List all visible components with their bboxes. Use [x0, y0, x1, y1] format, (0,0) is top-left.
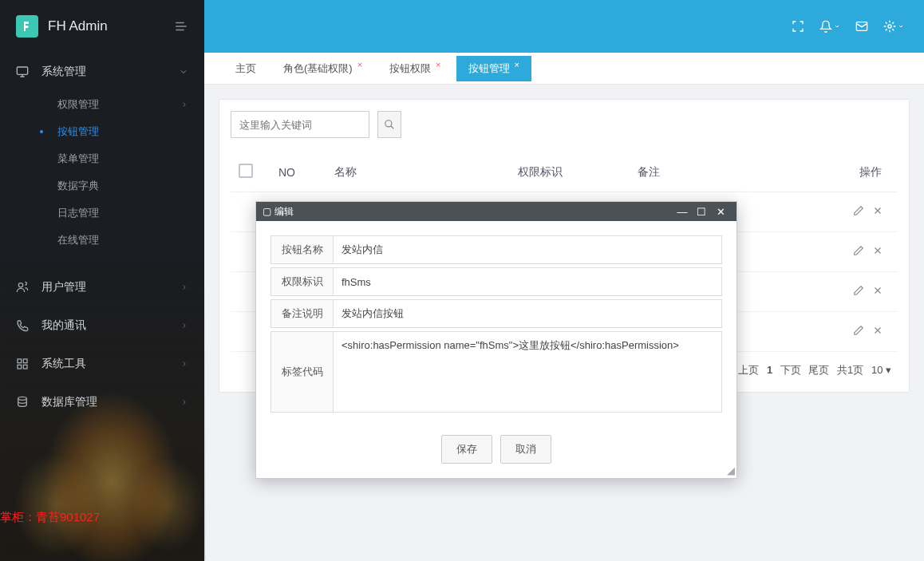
search-button[interactable]	[377, 111, 401, 138]
label-button-name: 按钮名称	[271, 236, 334, 263]
chevron-right-icon	[180, 322, 188, 330]
topbar	[204, 0, 924, 53]
close-icon[interactable]: ×	[357, 60, 362, 69]
svg-rect-2	[18, 359, 22, 363]
tab-home[interactable]: 主页	[223, 56, 268, 81]
database-icon	[16, 396, 30, 409]
grid-icon	[16, 358, 30, 370]
label-tag-code: 标签代码	[271, 332, 334, 412]
page-total: 共1页	[837, 364, 863, 376]
edit-button[interactable]	[853, 325, 864, 336]
messages-button[interactable]	[846, 10, 878, 42]
svg-rect-4	[18, 365, 22, 369]
delete-button[interactable]	[872, 325, 883, 336]
delete-button[interactable]	[872, 285, 883, 296]
nav-sublist: 权限管理 按钮管理 菜单管理 数据字典 日志管理 在线管理	[0, 91, 204, 254]
col-name: 名称	[334, 165, 518, 180]
settings-button[interactable]	[878, 10, 910, 42]
nav-item-data-dict[interactable]: 数据字典	[24, 172, 204, 200]
close-icon[interactable]: ×	[515, 60, 519, 69]
chevron-right-icon	[180, 398, 188, 406]
nav-item-online-mgmt[interactable]: 在线管理	[24, 227, 204, 254]
edit-button[interactable]	[853, 285, 864, 296]
svg-point-9	[385, 120, 392, 127]
nav-item-button-mgmt[interactable]: 按钮管理	[24, 118, 204, 145]
users-icon	[16, 281, 30, 294]
col-perm: 权限标识	[518, 165, 638, 180]
form-row-remark: 备注说明	[270, 299, 722, 328]
close-button[interactable]: ✕	[711, 206, 730, 218]
input-remark[interactable]	[334, 300, 721, 327]
textarea-tag-code[interactable]	[334, 332, 721, 412]
chevron-right-icon	[180, 101, 188, 109]
search-icon	[384, 119, 395, 130]
page-last[interactable]: 尾页	[808, 364, 829, 376]
edit-button[interactable]	[853, 245, 864, 256]
nav-group-system[interactable]: 系统管理	[0, 53, 204, 91]
delete-button[interactable]	[872, 205, 883, 216]
nav-item-menu-mgmt[interactable]: 菜单管理	[24, 145, 204, 172]
watermark-text: 掌柜：青苔901027	[0, 510, 100, 525]
tab-role-base[interactable]: 角色(基础权限)×	[271, 56, 374, 81]
minimize-button[interactable]: —	[673, 206, 692, 218]
nav-group-tools[interactable]: 系统工具	[0, 345, 204, 383]
window-icon: ▢	[263, 206, 271, 217]
page-size-select[interactable]: 10 ▾	[871, 364, 891, 376]
col-action: 操作	[829, 165, 890, 180]
tabs-bar: 主页 角色(基础权限)× 按钮权限× 按钮管理×	[204, 53, 924, 85]
label-remark: 备注说明	[271, 300, 334, 327]
sidebar-collapse-button[interactable]	[174, 19, 188, 34]
label-perm-id: 权限标识	[271, 268, 334, 295]
nav-group-contacts[interactable]: 我的通讯	[0, 306, 204, 345]
input-perm-id[interactable]	[334, 268, 721, 295]
modal-footer: 保存 取消	[256, 424, 736, 478]
col-no: NO	[278, 166, 334, 179]
maximize-button[interactable]: ☐	[692, 206, 711, 218]
nav-group-database[interactable]: 数据库管理	[0, 383, 204, 421]
col-remark: 备注	[638, 165, 829, 180]
search-input[interactable]	[231, 111, 369, 138]
modal-body: 按钮名称 权限标识 备注说明 标签代码	[256, 221, 736, 424]
cancel-button[interactable]: 取消	[500, 435, 551, 464]
select-all-checkbox[interactable]	[239, 164, 253, 178]
svg-rect-5	[23, 365, 27, 369]
form-row-tag-code: 标签代码	[270, 331, 722, 413]
page-prev[interactable]: 上页	[738, 364, 759, 376]
nav-section: 系统管理 权限管理 按钮管理 菜单管理 数据字典 日志管理 在线管理 用户管理 …	[0, 53, 204, 421]
brand-name: FH Admin	[48, 18, 108, 34]
svg-point-1	[18, 283, 22, 287]
page-next[interactable]: 下页	[780, 364, 801, 376]
delete-button[interactable]	[872, 245, 883, 256]
sidebar: FH Admin 系统管理 权限管理 按钮管理 菜单管理 数据字典 日志管理 在…	[0, 0, 204, 561]
modal-title: 编辑	[274, 205, 673, 219]
sidebar-header: FH Admin	[0, 0, 204, 53]
resize-handle[interactable]: ◢	[727, 464, 735, 476]
nav-item-log-mgmt[interactable]: 日志管理	[24, 200, 204, 227]
tab-button-perm[interactable]: 按钮权限×	[377, 56, 452, 81]
fullscreen-button[interactable]	[782, 10, 814, 42]
nav-group-user[interactable]: 用户管理	[0, 268, 204, 306]
form-row-perm-id: 权限标识	[270, 267, 722, 296]
table-header: NO 名称 权限标识 备注 操作	[231, 152, 898, 192]
tab-button-mgmt[interactable]: 按钮管理×	[456, 56, 531, 81]
notifications-button[interactable]	[814, 10, 846, 42]
save-button[interactable]: 保存	[441, 435, 492, 464]
chevron-right-icon	[180, 360, 188, 368]
page-number[interactable]: 1	[767, 364, 772, 376]
search-row	[231, 111, 898, 138]
phone-icon	[16, 319, 30, 332]
brand-logo	[16, 15, 38, 38]
nav-item-permission[interactable]: 权限管理	[24, 91, 204, 118]
monitor-icon	[16, 65, 30, 78]
input-button-name[interactable]	[334, 236, 721, 263]
svg-point-6	[18, 397, 27, 400]
chevron-right-icon	[180, 283, 188, 291]
nav-group-label: 系统管理	[41, 65, 86, 79]
svg-rect-0	[17, 67, 27, 74]
edit-modal: ▢ 编辑 — ☐ ✕ 按钮名称 权限标识 备注说明 标签代码 保存 取消 ◢	[255, 201, 737, 479]
edit-button[interactable]	[853, 205, 864, 216]
svg-rect-3	[23, 359, 27, 363]
form-row-button-name: 按钮名称	[270, 235, 722, 264]
modal-header[interactable]: ▢ 编辑 — ☐ ✕	[256, 202, 736, 221]
close-icon[interactable]: ×	[436, 60, 440, 69]
